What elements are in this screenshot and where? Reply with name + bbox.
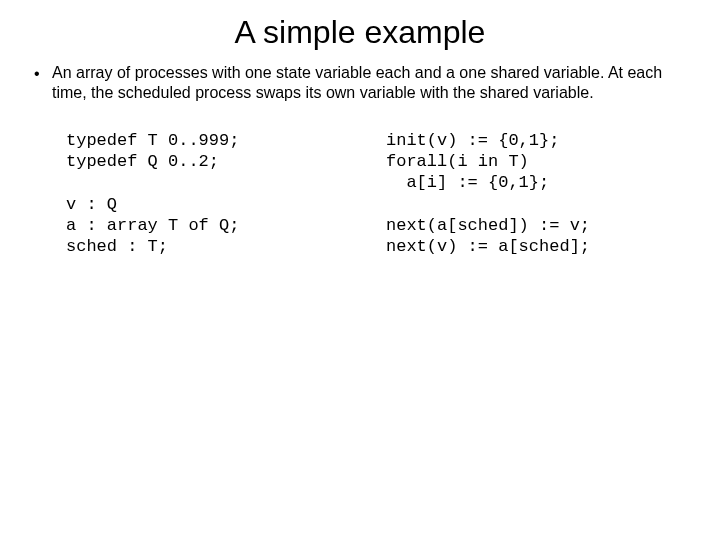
bullet-item: • An array of processes with one state v… xyxy=(34,63,686,104)
code-block-left: typedef T 0..999; typedef Q 0..2; v : Q … xyxy=(66,130,386,258)
slide-body: • An array of processes with one state v… xyxy=(0,63,720,257)
bullet-marker: • xyxy=(34,63,52,84)
code-columns: typedef T 0..999; typedef Q 0..2; v : Q … xyxy=(34,130,686,258)
slide: A simple example • An array of processes… xyxy=(0,0,720,540)
bullet-text: An array of processes with one state var… xyxy=(52,63,686,104)
slide-title: A simple example xyxy=(0,0,720,63)
code-block-right: init(v) := {0,1}; forall(i in T) a[i] :=… xyxy=(386,130,686,258)
